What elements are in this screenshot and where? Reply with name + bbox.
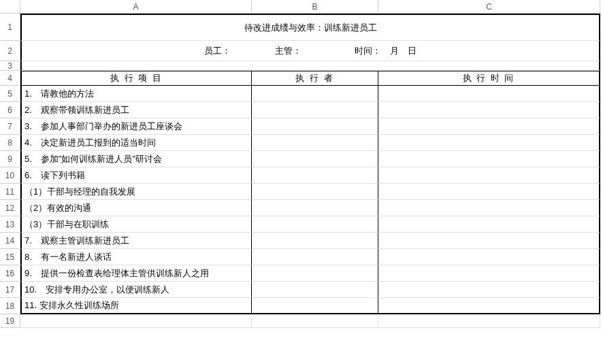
item-text: 1. 请教他的方法 [25,88,94,100]
col-header-A[interactable]: A [20,0,252,14]
cell-C13[interactable] [378,216,600,233]
cell-B19[interactable] [252,314,378,328]
row-header-2[interactable]: 2 [0,41,20,61]
row-header-12[interactable]: 12 [0,200,20,216]
item-text: （2）有效的沟通 [25,202,91,214]
row-header-8[interactable]: 8 [0,135,20,151]
cell-A3[interactable] [20,61,600,71]
meta-text: 员工： 主管： 时间： 月 日 [204,45,417,57]
cell-A19[interactable] [20,314,252,328]
item-text: 10. 安排专用办公室，以便训练新人 [25,284,169,296]
cell-A6[interactable]: 2. 观察带领训练新进员工 [20,102,252,118]
row-header-6[interactable]: 6 [0,102,20,118]
cell-B13[interactable] [252,216,378,233]
cell-B16[interactable] [252,265,378,282]
cell-B9[interactable] [252,151,378,167]
cell-B7[interactable] [252,118,378,135]
row-header-10[interactable]: 10 [0,167,20,184]
cell-A12[interactable]: （2）有效的沟通 [20,200,252,216]
row-header-5[interactable]: 5 [0,86,20,102]
row-header-14[interactable]: 14 [0,233,20,249]
row-header-9[interactable]: 9 [0,151,20,167]
cell-B5[interactable] [252,86,378,102]
item-text: （3）干部与在职训练 [25,218,109,231]
cell-C9[interactable] [378,151,600,167]
item-text: （1）干部与经理的自我发展 [25,186,135,198]
row-header-16[interactable]: 16 [0,265,20,282]
cell-A18[interactable]: 11. 安排永久性训练场所 [20,298,252,314]
cell-C6[interactable] [378,102,600,118]
cell-A11[interactable]: （1）干部与经理的自我发展 [20,184,252,200]
cell-B17[interactable] [252,282,378,298]
row-header-1[interactable]: 1 [0,14,20,41]
cell-A13[interactable]: （3）干部与在职训练 [20,216,252,233]
cell-B12[interactable] [252,200,378,216]
header-b-text: 执 行 者 [295,72,333,84]
item-text: 2. 观察带领训练新进员工 [25,104,129,116]
cell-A16[interactable]: 9. 提供一份检查表给理体主管供训练新人之用 [20,265,252,282]
cell-C12[interactable] [378,200,600,216]
item-text: 4. 决定新进员工报到的适当时间 [25,137,156,149]
select-all-corner[interactable] [0,0,20,14]
row-15: 8. 有一名新进人谈话 [20,249,600,265]
cell-C15[interactable] [378,249,600,265]
header-col-a[interactable]: 执 行 项 目 [20,71,252,86]
cell-C8[interactable] [378,135,600,151]
cell-B8[interactable] [252,135,378,151]
cell-C17[interactable] [378,282,600,298]
title-cell[interactable]: 待改进成绩与效率：训练新进员工 [20,14,600,41]
item-text: 3. 参加人事部门举办的新进员工座谈会 [25,120,182,133]
cell-C19[interactable] [378,314,600,328]
row-header-17[interactable]: 17 [0,282,20,298]
cell-C16[interactable] [378,265,600,282]
cell-C5[interactable] [378,86,600,102]
cell-A7[interactable]: 3. 参加人事部门举办的新进员工座谈会 [20,118,252,135]
cell-B15[interactable] [252,249,378,265]
row-11: （1）干部与经理的自我发展 [20,184,600,200]
row-14: 7. 观察主管训练新进员工 [20,233,600,249]
header-col-b[interactable]: 执 行 者 [252,71,378,86]
item-text: 6. 读下列书籍 [25,169,85,182]
cell-C11[interactable] [378,184,600,200]
header-col-c[interactable]: 执 行 时 间 [378,71,600,86]
cell-A15[interactable]: 8. 有一名新进人谈话 [20,249,252,265]
cell-C18[interactable] [378,298,600,314]
row-10: 6. 读下列书籍 [20,167,600,184]
row-1: 待改进成绩与效率：训练新进员工 [20,14,600,41]
cell-A9[interactable]: 5. 参加"如何训练新进人员"研讨会 [20,151,252,167]
cell-B11[interactable] [252,184,378,200]
col-header-B[interactable]: B [252,0,378,14]
grid-area: 待改进成绩与效率：训练新进员工 员工： 主管： 时间： 月 日 执 行 项 目 … [20,14,600,328]
cell-C7[interactable] [378,118,600,135]
column-headers: A B C [20,0,603,14]
row-header-19[interactable]: 19 [0,314,20,328]
cell-B6[interactable] [252,102,378,118]
cell-A14[interactable]: 7. 观察主管训练新进员工 [20,233,252,249]
cell-B18[interactable] [252,298,378,314]
cell-A17[interactable]: 10. 安排专用办公室，以便训练新人 [20,282,252,298]
row-header-4[interactable]: 4 [0,71,20,86]
cell-C10[interactable] [378,167,600,184]
row-header-3[interactable]: 3 [0,61,20,71]
item-text: 5. 参加"如何训练新进人员"研讨会 [25,153,162,165]
row-9: 5. 参加"如何训练新进人员"研讨会 [20,151,600,167]
cell-A5[interactable]: 1. 请教他的方法 [20,86,252,102]
title-text: 待改进成绩与效率：训练新进员工 [244,22,377,34]
cell-A10[interactable]: 6. 读下列书籍 [20,167,252,184]
meta-cell[interactable]: 员工： 主管： 时间： 月 日 [20,41,600,61]
row-header-13[interactable]: 13 [0,216,20,233]
cell-C14[interactable] [378,233,600,249]
cell-B14[interactable] [252,233,378,249]
row-header-7[interactable]: 7 [0,118,20,135]
cell-B10[interactable] [252,167,378,184]
row-3 [20,61,600,71]
row-header-15[interactable]: 15 [0,249,20,265]
row-header-18[interactable]: 18 [0,298,20,314]
row-8: 4. 决定新进员工报到的适当时间 [20,135,600,151]
item-text: 8. 有一名新进人谈话 [25,251,112,263]
row-header-11[interactable]: 11 [0,184,20,200]
row-4: 执 行 项 目 执 行 者 执 行 时 间 [20,71,600,86]
cell-A8[interactable]: 4. 决定新进员工报到的适当时间 [20,135,252,151]
col-header-C[interactable]: C [378,0,600,14]
row-5: 1. 请教他的方法 [20,86,600,102]
